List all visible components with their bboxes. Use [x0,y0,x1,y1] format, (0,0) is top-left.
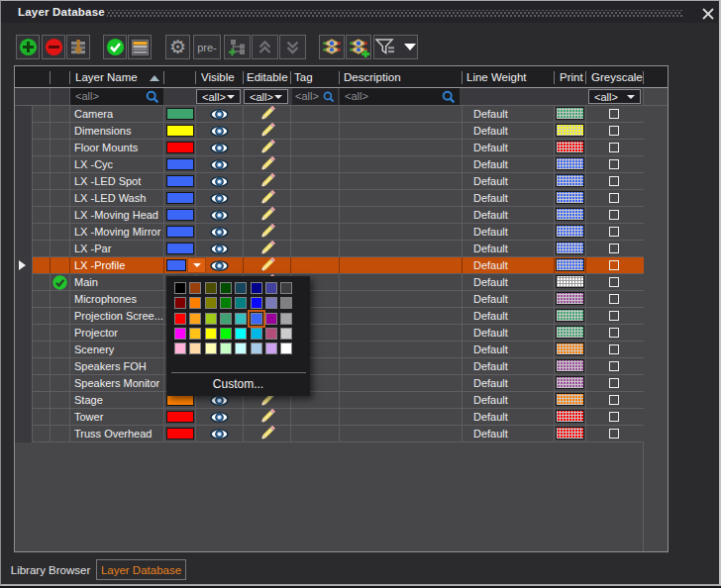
print-pattern-swatch[interactable] [556,359,584,372]
palette-color-swatch[interactable] [205,313,217,325]
tag-cell[interactable] [291,156,340,172]
column-header-line-weight[interactable]: Line Weight [466,71,527,83]
active-status-cell[interactable] [51,190,70,206]
print-pattern-swatch[interactable] [556,242,584,254]
palette-color-swatch[interactable] [220,313,232,325]
greyscale-cell[interactable] [586,257,643,273]
row-gutter-cell[interactable] [33,426,51,441]
print-pattern-swatch[interactable] [556,343,584,355]
greyscale-cell[interactable] [586,123,643,139]
column-header-greyscale[interactable]: Greyscale [591,71,643,83]
prefix-button[interactable]: pre- [193,35,221,59]
editable-cell[interactable] [244,241,291,256]
palette-color-swatch[interactable] [265,343,277,354]
greyscale-cell[interactable] [586,224,643,240]
layer-name-cell[interactable]: Speakers FOH [70,358,164,374]
layer-options-button[interactable] [128,35,152,59]
greyscale-cell[interactable] [586,392,643,408]
editable-cell[interactable] [244,190,291,206]
layer-color-swatch[interactable] [166,209,194,221]
layer-color-swatch[interactable] [166,259,186,271]
column-header-editable[interactable]: Editable [247,71,288,83]
greyscale-cell[interactable] [586,173,643,189]
description-cell[interactable] [340,224,463,240]
tag-cell[interactable] [291,224,340,240]
layer-color-cell[interactable] [164,156,196,172]
greyscale-cell[interactable] [586,375,643,391]
visible-cell[interactable] [196,156,244,172]
title-bar[interactable]: Layer Database [1,1,718,23]
filter-button[interactable] [373,35,418,59]
table-row[interactable]: Stage Default [33,392,644,409]
print-cell[interactable] [555,308,586,324]
row-gutter-cell[interactable] [33,308,51,324]
description-cell[interactable] [340,426,463,441]
palette-color-swatch[interactable] [220,328,232,340]
layer-color-swatch[interactable] [166,226,194,238]
description-cell[interactable] [340,358,463,374]
table-row[interactable]: LX -Par Default [33,241,644,257]
editable-cell[interactable] [244,426,291,441]
layer-color-swatch[interactable] [166,192,194,204]
layer-name-cell[interactable]: Scenery [70,342,164,357]
description-cell[interactable] [340,241,463,256]
table-row[interactable]: Speakers Monitor Default [33,375,644,392]
row-gutter-cell[interactable] [33,207,51,223]
active-status-cell[interactable] [51,375,70,391]
layer-color-cell[interactable] [164,426,196,441]
palette-color-swatch[interactable] [280,313,292,325]
active-status-cell[interactable] [51,224,70,240]
row-gutter-cell[interactable] [33,123,51,139]
greyscale-checkbox[interactable] [609,361,619,371]
layer-name-cell[interactable]: LX -Moving Head [70,207,164,223]
greyscale-checkbox[interactable] [609,227,619,237]
search-icon[interactable] [323,91,335,103]
editable-cell[interactable] [244,123,291,139]
palette-color-swatch[interactable] [189,282,201,294]
tag-cell[interactable] [291,409,340,425]
visible-cell[interactable] [196,140,244,155]
table-row[interactable]: Tower Default [33,409,644,426]
description-filter-input[interactable]: <all> [340,88,460,105]
description-cell[interactable] [340,173,463,189]
visible-cell[interactable] [196,190,244,206]
layer-color-swatch[interactable] [166,175,194,187]
row-gutter-cell[interactable] [33,274,51,290]
active-status-cell[interactable] [51,207,70,223]
description-cell[interactable] [340,207,463,223]
description-cell[interactable] [340,140,463,155]
palette-color-swatch[interactable] [265,297,277,309]
line-weight-cell[interactable]: Default [463,190,555,206]
active-status-cell[interactable] [51,123,70,139]
print-pattern-swatch[interactable] [556,427,584,440]
print-cell[interactable] [555,207,586,223]
column-header-tag[interactable]: Tag [294,71,313,83]
palette-color-swatch[interactable] [280,297,292,309]
layer-name-cell[interactable]: Floor Mounts [70,140,164,155]
palette-color-swatch[interactable] [174,282,186,294]
layer-color-cell[interactable] [164,173,196,189]
palette-color-swatch[interactable] [251,297,262,309]
print-pattern-swatch[interactable] [556,157,584,170]
line-weight-cell[interactable]: Default [463,123,555,139]
active-status-cell[interactable] [51,358,70,374]
active-status-cell[interactable] [51,106,70,122]
visible-cell[interactable] [196,224,244,240]
greyscale-checkbox[interactable] [609,328,619,338]
active-status-cell[interactable] [51,257,70,273]
palette-color-swatch[interactable] [189,343,201,354]
layers-button[interactable] [319,35,345,59]
visible-cell[interactable] [196,241,244,256]
greyscale-cell[interactable] [586,190,643,206]
custom-color-menu-item[interactable]: Custom... [166,377,310,394]
layer-color-cell[interactable] [164,257,196,273]
palette-color-swatch[interactable] [235,328,247,340]
description-cell[interactable] [340,106,463,122]
line-weight-cell[interactable]: Default [463,173,555,189]
palette-color-swatch[interactable] [235,297,247,309]
editable-cell[interactable] [244,156,291,172]
greyscale-cell[interactable] [586,274,643,290]
print-cell[interactable] [555,291,586,307]
palette-color-swatch[interactable] [189,313,201,325]
greyscale-cell[interactable] [586,426,643,441]
